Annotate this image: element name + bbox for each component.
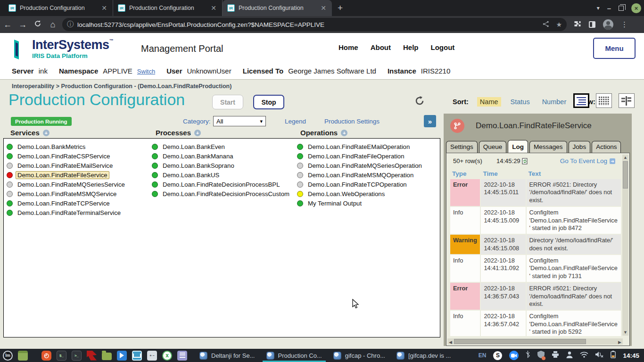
terminal-alt-icon[interactable]: >_ bbox=[72, 351, 82, 361]
scroll-right-icon[interactable]: ▶ bbox=[617, 339, 623, 346]
system-monitor-icon[interactable] bbox=[132, 351, 142, 361]
orange-app-icon[interactable]: ◴ bbox=[41, 351, 51, 361]
browser-tab[interactable]: IR Production Configuration ✕ bbox=[4, 0, 113, 16]
log-vertical-scrollbar[interactable]: ▲ ▼ bbox=[622, 155, 628, 336]
profile-avatar[interactable] bbox=[603, 19, 613, 30]
top-nav-link[interactable]: About bbox=[371, 43, 391, 51]
hscroll-thumb[interactable] bbox=[454, 339, 586, 344]
close-window-button[interactable]: × bbox=[631, 3, 641, 13]
vscode-icon[interactable] bbox=[117, 351, 127, 361]
log-row[interactable]: Info 2022-10-18 14:36:57.042 ConfigItem … bbox=[450, 311, 621, 336]
taskbar-window-button[interactable]: Production Co... bbox=[261, 349, 328, 362]
process-item[interactable]: Demo.Loan.BankSoprano bbox=[152, 161, 291, 170]
service-item[interactable]: Demo.Loan.BankMetrics bbox=[7, 142, 127, 151]
browser-menu-icon[interactable]: ⋮ bbox=[621, 20, 628, 29]
zoom-icon[interactable] bbox=[509, 351, 519, 360]
operation-item[interactable]: Demo.Loan.FindRateMSMQOperation bbox=[297, 170, 424, 180]
service-item[interactable]: Demo.Loan.FindRateMQSeriesService bbox=[7, 180, 127, 189]
log-horizontal-scrollbar[interactable]: ◀ ▶ bbox=[447, 338, 623, 345]
auto-refresh-icon[interactable] bbox=[522, 158, 528, 165]
view-split-button[interactable] bbox=[619, 93, 635, 108]
mint-menu-icon[interactable]: lm bbox=[3, 351, 13, 361]
panel-tab[interactable]: Messages bbox=[529, 141, 567, 153]
legend-link[interactable]: Legend bbox=[285, 118, 306, 125]
restore-button[interactable] bbox=[619, 6, 624, 11]
breadcrumb-root[interactable]: Interoperability bbox=[12, 83, 54, 90]
volume-muted-icon[interactable] bbox=[595, 351, 603, 360]
menu-button[interactable]: Menu bbox=[593, 38, 636, 59]
view-grid-button[interactable] bbox=[596, 93, 612, 108]
top-nav-link[interactable]: Help bbox=[403, 43, 419, 51]
service-item[interactable]: Demo.Loan.FindRateMSMQService bbox=[7, 189, 127, 198]
bookmark-star-icon[interactable]: ★ bbox=[556, 21, 562, 28]
printer-icon[interactable] bbox=[552, 351, 559, 360]
add-process-button[interactable]: + bbox=[194, 130, 201, 136]
sort-option[interactable]: Status bbox=[508, 97, 533, 107]
firewall-shield-icon[interactable] bbox=[537, 351, 545, 360]
notes-icon[interactable] bbox=[177, 351, 187, 361]
start-button[interactable]: Start bbox=[212, 95, 243, 109]
url-text[interactable]: localhost:52773/csp/applive/EnsPortal.Pr… bbox=[77, 21, 536, 28]
sort-option[interactable]: Number bbox=[539, 97, 570, 107]
operation-item[interactable]: Demo.Loan.FindRateMQSeriesOperation bbox=[297, 161, 424, 170]
tab-close-icon[interactable]: ✕ bbox=[320, 4, 327, 12]
tab-close-icon[interactable]: ✕ bbox=[210, 4, 217, 12]
switch-link[interactable]: Switch bbox=[137, 68, 155, 75]
panel-tab[interactable]: Jobs bbox=[569, 141, 591, 153]
vscroll-thumb[interactable] bbox=[623, 161, 628, 189]
skype-icon[interactable]: S bbox=[493, 351, 502, 360]
calculator-icon[interactable] bbox=[147, 351, 157, 361]
browser-tab[interactable]: IR Production Configuration ✕ bbox=[113, 0, 223, 16]
file-manager-icon[interactable] bbox=[102, 353, 112, 360]
panel-tab[interactable]: Settings bbox=[446, 141, 478, 153]
panel-tab[interactable]: Actions bbox=[592, 141, 621, 153]
scroll-up-icon[interactable]: ▲ bbox=[622, 155, 628, 161]
log-row[interactable]: Error 2022-10-18 14:36:57.043 ERROR #502… bbox=[450, 283, 621, 310]
language-indicator[interactable]: EN bbox=[479, 352, 487, 359]
extensions-puzzle-icon[interactable] bbox=[573, 20, 581, 30]
terminal-icon[interactable]: $_ bbox=[57, 351, 66, 361]
operation-item[interactable]: Demo.Loan.FindRateEMailOperation bbox=[297, 142, 424, 151]
battery-icon[interactable] bbox=[611, 351, 616, 360]
process-item[interactable]: Demo.Loan.BankUS bbox=[152, 170, 291, 180]
minimize-button[interactable]: – bbox=[607, 4, 611, 12]
expand-panel-button[interactable]: » bbox=[424, 115, 436, 127]
red-app-icon[interactable] bbox=[87, 351, 97, 361]
user-status-icon[interactable] bbox=[566, 351, 573, 360]
process-item[interactable]: Demo.Loan.FindRateDecisionProcessBPL bbox=[152, 180, 291, 189]
taskbar-window-button[interactable]: gifcap - Chro... bbox=[328, 349, 391, 362]
operation-item[interactable]: Demo.Loan.FindRateTCPOperation bbox=[297, 180, 424, 189]
taskbar-window-button[interactable]: [gifcap.dev is ... bbox=[391, 349, 456, 362]
log-col-text[interactable]: Text bbox=[527, 169, 621, 178]
forward-button[interactable]: → bbox=[15, 20, 30, 30]
process-item[interactable]: Demo.Loan.FindRateDecisionProcessCustom bbox=[152, 189, 291, 198]
service-item[interactable]: Demo.Loan.FindRateCSPService bbox=[7, 151, 127, 161]
service-item[interactable]: Demo.Loan.FindRateTerminalService bbox=[7, 208, 127, 217]
bluetooth-icon[interactable] bbox=[526, 351, 530, 360]
share-icon[interactable] bbox=[543, 21, 549, 29]
operation-item[interactable]: My Terminal Output bbox=[297, 198, 424, 208]
taskbar-clock[interactable]: 14:45 bbox=[623, 352, 639, 359]
top-nav-link[interactable]: Logout bbox=[431, 43, 455, 51]
wifi-icon[interactable] bbox=[580, 351, 588, 360]
taskbar-window-button[interactable]: Deltanji for Se... bbox=[194, 349, 261, 362]
process-item[interactable]: Demo.Loan.BankManana bbox=[152, 151, 291, 161]
back-button[interactable]: ← bbox=[0, 20, 15, 30]
scroll-down-icon[interactable]: ▼ bbox=[622, 329, 628, 336]
process-item[interactable]: Demo.Loan.BankEven bbox=[152, 142, 291, 151]
log-row[interactable]: Info 2022-10-18 14:45:15.009 ConfigItem … bbox=[450, 207, 621, 234]
log-row[interactable]: Error 2022-10-18 14:45:15.011 ERROR #502… bbox=[450, 179, 621, 206]
service-item[interactable]: Demo.Loan.FindRateEMailService bbox=[7, 161, 127, 170]
operation-item[interactable]: Demo.Loan.WebOperations bbox=[297, 189, 424, 198]
home-button[interactable]: ⌂ bbox=[45, 20, 60, 30]
stop-button[interactable]: Stop bbox=[253, 95, 284, 109]
production-settings-link[interactable]: Production Settings bbox=[324, 118, 380, 125]
category-select[interactable]: All ▾ bbox=[213, 116, 266, 126]
log-col-type[interactable]: Type bbox=[450, 169, 480, 178]
panel-tab[interactable]: Queue bbox=[479, 141, 507, 153]
reload-button[interactable] bbox=[30, 20, 45, 30]
show-desktop-icon[interactable] bbox=[18, 351, 28, 361]
browser-tab[interactable]: IR Production Configuration ✕ bbox=[223, 0, 332, 16]
panel-tab[interactable]: Log bbox=[508, 140, 528, 153]
service-item[interactable]: Demo.Loan.FindRateFileService bbox=[7, 170, 127, 180]
